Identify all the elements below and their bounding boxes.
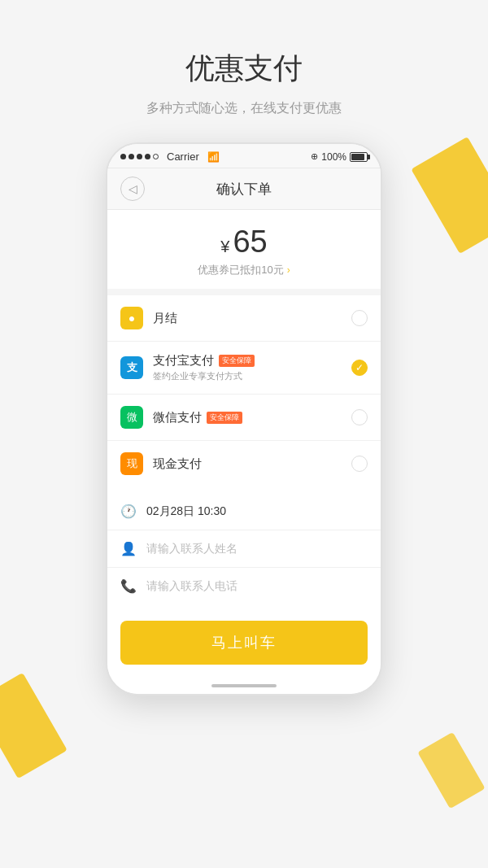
cash-name: 现金支付 [153,456,342,472]
wechat-name: 微信支付 安全保障 [153,410,342,425]
wechat-icon: 微 [120,406,143,429]
wifi-icon: 📶 [207,151,220,163]
status-bar: Carrier 📶 ⊕ 100% [107,144,381,168]
home-indicator-bar [107,678,381,694]
price-amount: ¥65 [120,225,368,260]
hero-section: 优惠支付 多种方式随心选，在线支付更优惠 [0,0,488,142]
contact-name-placeholder: 请输入联系人姓名 [146,542,237,556]
person-icon: 👤 [120,541,137,556]
payment-item-wechat[interactable]: 微 微信支付 安全保障 [107,395,381,441]
cash-radio[interactable] [351,456,368,472]
carrier-right: ⊕ 100% [311,151,368,163]
alipay-info: 支付宝支付 安全保障 签约企业专享支付方式 [153,353,342,382]
carrier-left: Carrier 📶 [120,150,220,163]
signal-dot-2 [129,154,134,159]
amount-value: 65 [233,225,267,259]
battery-percent: 100% [321,151,346,163]
back-button[interactable]: ◁ [120,177,145,201]
payment-item-cash[interactable]: 现 现金支付 [107,441,381,486]
payment-item-alipay[interactable]: 支 支付宝支付 安全保障 签约企业专享支付方式 ✓ [107,342,381,395]
battery-fill [351,154,364,160]
price-section: ¥65 优惠券已抵扣10元 › [107,210,381,295]
alipay-security-badge: 安全保障 [219,355,255,367]
discount-text: 优惠券已抵扣10元 › [120,263,368,277]
datetime-field[interactable]: 🕐 02月28日 10:30 [107,493,381,530]
carrier-name: Carrier [167,150,199,163]
form-section: 🕐 02月28日 10:30 👤 请输入联系人姓名 📞 请输入联系人电话 [107,493,381,604]
contact-phone-field[interactable]: 📞 请输入联系人电话 [107,568,381,604]
wechat-security-badge: 安全保障 [207,412,242,424]
submit-button[interactable]: 马上叫车 [120,621,368,665]
submit-section: 马上叫车 [107,611,381,678]
back-icon: ◁ [129,182,137,195]
location-icon: ⊕ [311,151,318,162]
signal-dot-1 [120,154,126,159]
signal-dots [120,154,159,159]
signal-dot-4 [145,154,150,159]
monthly-icon: ● [120,307,143,329]
alipay-sub: 签约企业专享支付方式 [153,370,342,382]
bg-decoration-bottom-right [417,732,485,809]
discount-label: 优惠券已抵扣10元 [198,263,283,277]
page-subtitle: 多种方式随心选，在线支付更优惠 [16,98,472,118]
payment-item-monthly[interactable]: ● 月结 [107,295,381,342]
datetime-icon: 🕐 [120,504,137,519]
phone-icon: 📞 [120,578,137,594]
payment-section: ● 月结 支 支付宝支付 安全保障 [107,295,381,486]
wechat-radio[interactable] [351,409,368,425]
nav-bar: ◁ 确认下单 [107,168,381,210]
monthly-radio[interactable] [351,310,368,326]
signal-dot-5 [153,154,159,159]
wechat-info: 微信支付 安全保障 [153,410,342,425]
contact-phone-placeholder: 请输入联系人电话 [146,579,237,594]
nav-title: 确认下单 [216,180,272,198]
alipay-icon: 支 [120,356,143,379]
cash-info: 现金支付 [153,456,342,472]
battery-icon [350,152,368,162]
phone-frame: Carrier 📶 ⊕ 100% ◁ 确认下单 ¥65 [106,142,382,696]
monthly-info: 月结 [153,311,342,326]
home-indicator [211,684,277,687]
cash-icon: 现 [120,452,143,475]
contact-name-field[interactable]: 👤 请输入联系人姓名 [107,530,381,568]
alipay-name: 支付宝支付 安全保障 [153,353,342,369]
monthly-name: 月结 [153,311,342,326]
signal-dot-3 [137,154,142,159]
alipay-radio[interactable]: ✓ [351,360,368,376]
page-title: 优惠支付 [16,49,472,89]
phone-mockup: Carrier 📶 ⊕ 100% ◁ 确认下单 ¥65 [0,142,488,696]
currency-symbol: ¥ [220,238,229,255]
discount-arrow[interactable]: › [287,264,290,276]
datetime-value: 02月28日 10:30 [146,504,226,519]
